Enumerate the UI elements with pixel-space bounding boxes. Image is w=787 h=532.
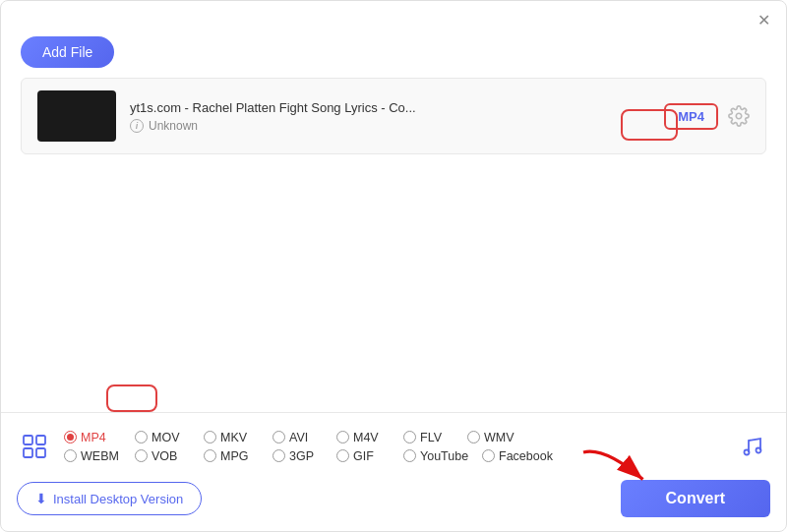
format-label-youtube: YouTube xyxy=(420,449,468,463)
file-actions: MP4 xyxy=(664,103,750,130)
format-label-avi: AVI xyxy=(289,431,308,444)
format-label-mov: MOV xyxy=(151,431,179,444)
format-option-m4v[interactable]: M4V xyxy=(336,431,403,444)
file-thumbnail xyxy=(37,90,116,142)
bottom-actions: ⬇ Install Desktop Version Convert xyxy=(1,470,786,531)
format-selector: MP4 MOV MKV AVI xyxy=(1,423,786,470)
radio-m4v[interactable] xyxy=(336,431,349,443)
grid-icon xyxy=(17,429,52,464)
radio-mp4[interactable] xyxy=(64,431,77,443)
radio-webm[interactable] xyxy=(64,449,77,462)
svg-rect-1 xyxy=(24,436,32,444)
format-option-webm[interactable]: WEBM xyxy=(64,449,135,463)
format-badge[interactable]: MP4 xyxy=(664,103,718,130)
file-info: yt1s.com - Rachel Platten Fight Song Lyr… xyxy=(130,100,650,133)
add-file-button[interactable]: Add File xyxy=(21,36,114,68)
format-option-mp4[interactable]: MP4 xyxy=(64,431,135,444)
bottom-bar: MP4 MOV MKV AVI xyxy=(1,412,786,531)
format-label-mp4: MP4 xyxy=(81,431,106,444)
format-option-avi[interactable]: AVI xyxy=(272,431,336,444)
format-option-gif[interactable]: GIF xyxy=(336,449,403,463)
convert-button[interactable]: Convert xyxy=(621,480,770,517)
svg-point-5 xyxy=(745,450,750,455)
format-option-facebook[interactable]: Facebook xyxy=(482,449,561,463)
content-area xyxy=(1,154,786,412)
format-option-flv[interactable]: FLV xyxy=(403,431,467,444)
radio-facebook[interactable] xyxy=(482,449,495,462)
format-option-mpg[interactable]: MPG xyxy=(204,449,272,463)
format-option-mov[interactable]: MOV xyxy=(135,431,204,444)
svg-point-0 xyxy=(736,113,742,119)
file-meta: i Unknown xyxy=(130,119,650,133)
close-button[interactable]: ✕ xyxy=(755,11,772,29)
svg-rect-2 xyxy=(36,436,45,444)
app-window: ✕ Add File yt1s.com - Rachel Platten Fig… xyxy=(0,0,787,532)
format-label-flv: FLV xyxy=(420,431,442,444)
format-label-gif: GIF xyxy=(353,449,374,463)
svg-point-6 xyxy=(757,448,761,453)
radio-youtube[interactable] xyxy=(403,449,416,462)
file-item: yt1s.com - Rachel Platten Fight Song Lyr… xyxy=(22,79,765,153)
format-label-webm: WEBM xyxy=(81,449,119,463)
format-label-wmv: WMV xyxy=(484,431,515,444)
radio-3gp[interactable] xyxy=(272,449,285,462)
svg-rect-4 xyxy=(36,448,45,457)
radio-mpg[interactable] xyxy=(204,449,216,462)
format-label-mkv: MKV xyxy=(220,431,247,444)
format-option-3gp[interactable]: 3GP xyxy=(272,449,336,463)
format-label-facebook: Facebook xyxy=(499,449,553,463)
radio-vob[interactable] xyxy=(135,449,148,462)
format-label-m4v: M4V xyxy=(353,431,379,444)
install-label: Install Desktop Version xyxy=(53,492,183,506)
radio-gif[interactable] xyxy=(336,449,349,462)
toolbar: Add File xyxy=(1,32,786,78)
format-label-3gp: 3GP xyxy=(289,449,314,463)
format-option-mkv[interactable]: MKV xyxy=(204,431,272,444)
format-label-mpg: MPG xyxy=(220,449,248,463)
radio-mov[interactable] xyxy=(135,431,148,443)
radio-avi[interactable] xyxy=(272,431,285,443)
title-bar: ✕ xyxy=(1,1,786,32)
file-list: yt1s.com - Rachel Platten Fight Song Lyr… xyxy=(21,78,766,154)
music-icon xyxy=(735,429,770,464)
format-option-wmv[interactable]: WMV xyxy=(467,431,531,444)
file-title: yt1s.com - Rachel Platten Fight Song Lyr… xyxy=(130,100,650,115)
install-desktop-button[interactable]: ⬇ Install Desktop Version xyxy=(17,482,202,515)
format-option-youtube[interactable]: YouTube xyxy=(403,449,482,463)
radio-mkv[interactable] xyxy=(204,431,216,443)
download-icon: ⬇ xyxy=(35,491,47,506)
format-label-vob: VOB xyxy=(151,449,177,463)
format-option-vob[interactable]: VOB xyxy=(135,449,204,463)
svg-rect-3 xyxy=(24,448,32,457)
radio-wmv[interactable] xyxy=(467,431,480,443)
info-icon: i xyxy=(130,119,144,133)
file-status: Unknown xyxy=(149,119,198,133)
gear-icon[interactable] xyxy=(728,105,750,127)
radio-flv[interactable] xyxy=(403,431,416,443)
